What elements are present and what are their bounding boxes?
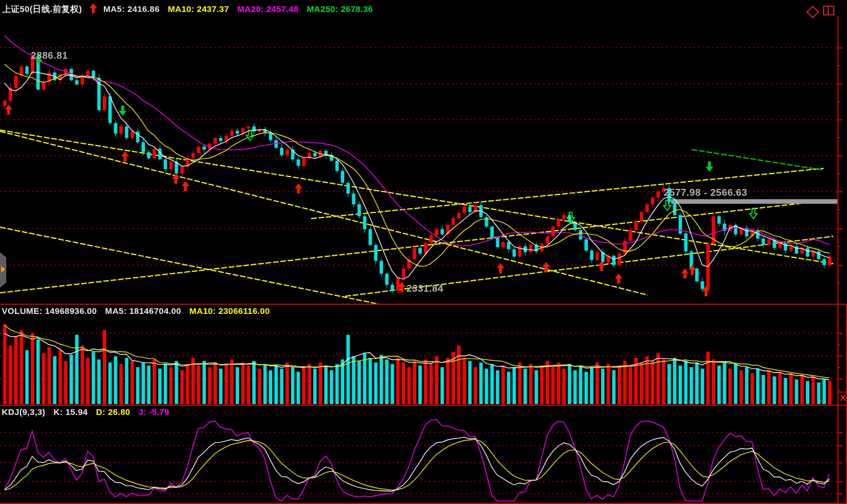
low-price-label: 2331.84 [406,283,443,295]
symbol-title: 上证50(日线.前复权) [2,4,82,14]
kdj-k-value: K: 15.94 [54,407,88,417]
expand-right-arrow-icon [1,266,5,273]
kdj-title: KDJ(9,3,3) [2,407,45,417]
chart-canvas[interactable] [0,0,847,504]
close-pane-button[interactable]: X [839,393,847,403]
volume-ma5-value: MA5: 18146704.00 [105,306,181,316]
main-chart-header: 上证50(日线.前复权) MA5: 2416.86 MA10: 2437.37 … [2,3,379,15]
kdj-d-value: D: 26.80 [96,407,130,417]
price-band-label: 2577.98 - 2566.63 [664,187,748,199]
kdj-pane-header: KDJ(9,3,3) K: 15.94 D: 26.80 J: -5.79 [2,407,175,417]
ma20-value: MA20: 2457.48 [237,4,299,14]
trading-terminal-window: 上证50(日线.前复权) MA5: 2416.86 MA10: 2437.37 … [0,0,847,504]
volume-pane-header: VOLUME: 14968936.00 MA5: 18146704.00 MA1… [2,306,276,316]
window-toolbar [808,6,834,17]
ma5-value: MA5: 2416.86 [103,4,160,14]
ma250-value: MA250: 2678.36 [307,4,373,14]
volume-ma10-value: MA10: 23066116.00 [189,306,270,316]
split-pane-icon[interactable] [823,6,834,15]
volume-value: VOLUME: 14968936.00 [2,306,97,316]
sidebar-flyout-handle[interactable] [0,252,6,288]
high-price-label: 2886.81 [31,50,68,62]
diamond-icon[interactable] [806,6,820,19]
kdj-j-value: J: -5.79 [139,407,170,417]
buy-signal-up-arrow-icon [90,3,97,13]
ma10-value: MA10: 2437.37 [168,4,229,14]
